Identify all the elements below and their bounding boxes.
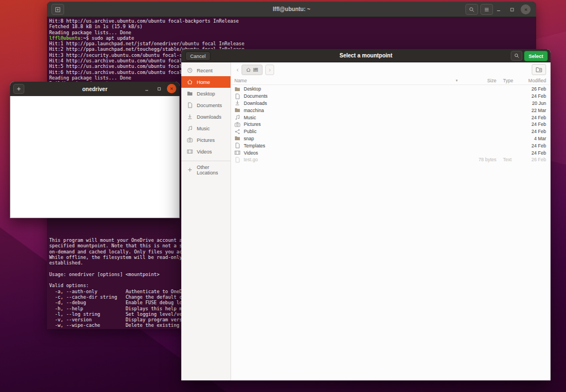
- terminal-line: Usage: onedriver [options] <mountpoint>: [49, 272, 182, 277]
- onedriver-titlebar[interactable]: onedriver: [10, 82, 180, 96]
- minimize-icon: [144, 87, 149, 92]
- breadcrumb-label: lffl: [253, 67, 258, 73]
- folder-icon: [234, 107, 244, 113]
- file-row-pictures[interactable]: Pictures 24 Feb: [231, 121, 551, 128]
- close-icon: [523, 7, 528, 12]
- terminal-line: -w, --wipe-cache Delete the existing: [49, 322, 182, 328]
- download-icon: [187, 114, 193, 120]
- document-icon: [234, 142, 244, 149]
- sidebar-item-documents[interactable]: Documents: [181, 99, 230, 111]
- clock-icon: [187, 67, 193, 73]
- terminal-titlebar[interactable]: lffl@ubuntu: ~: [47, 2, 536, 17]
- terminal-menu-button[interactable]: [480, 4, 493, 15]
- onedriver-window: onedriver: [10, 82, 180, 218]
- mountpoint-dialog: Cancel Select a mountpoint Select Recent: [181, 49, 551, 380]
- sidebar-item-music[interactable]: Music: [181, 123, 230, 134]
- onedriver-close-button[interactable]: [167, 84, 176, 93]
- close-icon: [169, 86, 174, 91]
- dialog-header[interactable]: Cancel Select a mountpoint Select: [181, 49, 551, 62]
- back-button[interactable]: [234, 65, 241, 75]
- column-name[interactable]: Name: [234, 78, 455, 83]
- sort-arrow-icon: ▾: [455, 78, 458, 83]
- terminal-line: [49, 277, 182, 283]
- prompt-user: lffl@ubuntu: [49, 35, 80, 41]
- maximize-icon: [510, 7, 515, 12]
- select-button[interactable]: Select: [524, 51, 548, 61]
- add-account-button[interactable]: [13, 84, 24, 94]
- new-folder-button[interactable]: [532, 64, 546, 75]
- file-row-macchina[interactable]: macchina 22 Mar: [231, 107, 551, 114]
- sidebar-separator: [181, 161, 230, 161]
- terminal-minimize-button[interactable]: [494, 2, 504, 17]
- sidebar-item-other-locations[interactable]: Other Locations: [181, 164, 230, 176]
- sidebar-item-desktop[interactable]: Desktop: [181, 88, 230, 99]
- share-icon: [234, 129, 244, 135]
- onedriver-minimize-button[interactable]: [142, 82, 151, 96]
- folder-icon: [234, 86, 244, 92]
- sidebar-item-pictures[interactable]: Pictures: [181, 134, 230, 146]
- terminal-command: sudo apt update: [92, 35, 134, 41]
- sidebar-item-label: Documents: [197, 103, 222, 108]
- sidebar-item-label: Pictures: [197, 137, 215, 143]
- music-icon: [187, 125, 193, 131]
- terminal-line: established.: [49, 260, 182, 266]
- terminal-line: -d, --debug Enable FUSE debug lo: [49, 300, 182, 305]
- file-row-desktop[interactable]: Desktop 26 Feb: [231, 86, 551, 93]
- camera-icon: [234, 121, 244, 128]
- forward-chevron-icon: [268, 68, 272, 72]
- sidebar-item-recent[interactable]: Recent: [181, 65, 230, 76]
- prompt-sign: $: [86, 35, 92, 41]
- sidebar-item-home[interactable]: Home: [181, 76, 230, 88]
- minimize-icon: [496, 7, 501, 12]
- file-row-documents[interactable]: Documents 24 Feb: [231, 93, 551, 100]
- column-modified[interactable]: Modified: [518, 78, 546, 83]
- dialog-search-button[interactable]: [511, 51, 522, 61]
- cancel-button[interactable]: Cancel: [185, 51, 211, 61]
- terminal-line: -a, --auth-only Authenticate to OneD: [49, 289, 182, 294]
- file-row-templates[interactable]: Templates 24 Feb: [231, 142, 551, 149]
- desktop: lffl@ubuntu: ~: [0, 0, 566, 392]
- menu-icon: [484, 7, 490, 13]
- column-type[interactable]: Type: [496, 78, 518, 83]
- search-icon: [514, 53, 520, 59]
- file-row-music[interactable]: Music 24 Feb: [231, 114, 551, 121]
- sidebar-item-videos[interactable]: Videos: [181, 146, 230, 157]
- terminal-line: on-demand and cached locally. Only files…: [49, 249, 182, 255]
- file-row-videos[interactable]: Videos 24 Feb: [231, 149, 551, 156]
- new-folder-icon: [536, 66, 542, 73]
- terminal-line: Hit:8 http://us.archive.ubuntu.com/ubunt…: [49, 18, 536, 24]
- terminal-line: specified mountpoint. Note that this is …: [49, 243, 182, 248]
- terminal-search-button[interactable]: [465, 4, 478, 15]
- terminal-line: [49, 266, 182, 271]
- new-tab-button[interactable]: [51, 4, 64, 15]
- home-icon: [187, 79, 193, 85]
- terminal-maximize-button[interactable]: [507, 2, 517, 17]
- sidebar-item-downloads[interactable]: Downloads: [181, 111, 230, 123]
- terminal-close-button[interactable]: [521, 4, 531, 14]
- terminal-line: Fetched 18.8 kB in 1s (15.9 kB/s): [49, 24, 536, 29]
- document-icon: [187, 102, 193, 108]
- terminal-line: Reading package lists... Done: [49, 30, 536, 35]
- forward-button[interactable]: [265, 65, 274, 75]
- file-row-snap[interactable]: snap 4 Mar: [231, 135, 551, 142]
- terminal-line: Hit:1 http://ppa.launchpad.net/jstaf/one…: [49, 41, 536, 46]
- onedriver-title: onedriver: [10, 86, 180, 92]
- file-list: Desktop 26 Feb Documents 24 Feb: [231, 86, 551, 163]
- breadcrumb-home-segment[interactable]: lffl: [242, 65, 263, 75]
- file-row-public[interactable]: Public 24 Feb: [231, 128, 551, 135]
- terminal-line: -v, --version Display program vers: [49, 317, 182, 322]
- camera-icon: [187, 137, 193, 143]
- onedriver-maximize-button[interactable]: [155, 82, 164, 96]
- column-size[interactable]: Size: [460, 78, 496, 83]
- places-sidebar: Recent Home Desktop: [181, 62, 231, 380]
- file-row-test-go: test.go 78 bytes Text 26 Feb: [231, 156, 551, 163]
- music-icon: [234, 114, 244, 120]
- column-headers: Name ▾ Size Type Modified: [231, 77, 551, 85]
- terminal-line: -l, --log string Set logging level/ve: [49, 311, 182, 317]
- onedriver-content: [10, 96, 180, 218]
- folder-icon: [187, 91, 193, 97]
- video-icon: [187, 149, 193, 155]
- terminal-line: -c, --cache-dir string Change the defaul…: [49, 294, 182, 300]
- file-row-downloads[interactable]: Downloads 20 Jun: [231, 100, 551, 107]
- terminal-help-output: This program will mount your OneDrive ac…: [49, 237, 182, 329]
